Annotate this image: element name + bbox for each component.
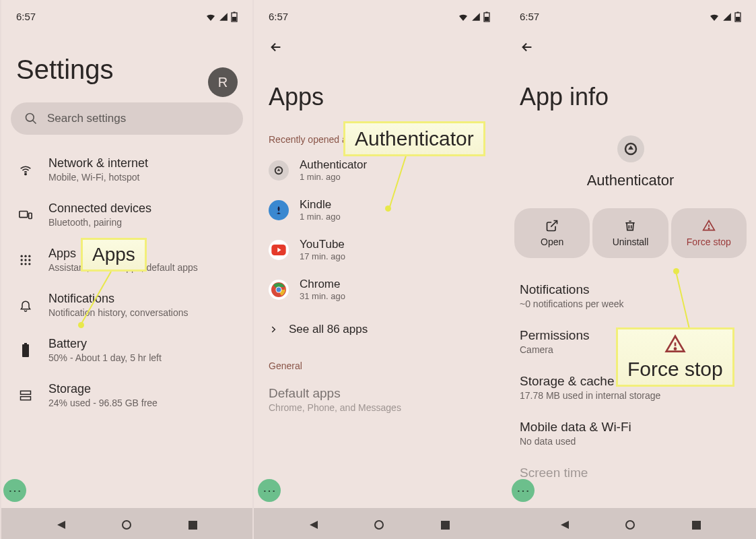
settings-item-network[interactable]: Network & internet Mobile, Wi-Fi, hotspo… [1, 147, 252, 192]
fab[interactable]: ⋯ [3, 479, 26, 502]
status-time: 6:57 [16, 11, 36, 22]
signal-icon [219, 12, 228, 22]
svg-point-8 [24, 255, 26, 257]
svg-point-41 [675, 348, 676, 350]
nav-bar [1, 508, 252, 539]
item-subtitle: 24% used - 96.85 GB free [48, 398, 238, 408]
info-notifications[interactable]: Notifications ~0 notifications per week [505, 273, 756, 319]
item-title: Storage [48, 382, 238, 396]
settings-item-connected[interactable]: Connected devices Bluetooth, pairing [1, 192, 252, 237]
devices-icon [18, 208, 33, 222]
svg-point-7 [21, 255, 23, 257]
svg-rect-24 [485, 17, 489, 21]
svg-point-37 [626, 521, 634, 529]
app-sub: 1 min. ago [300, 172, 490, 182]
svg-rect-34 [736, 17, 740, 21]
nav-back[interactable] [308, 519, 320, 531]
status-icons [205, 11, 238, 22]
svg-point-4 [25, 173, 26, 175]
item-title: Notifications [48, 292, 238, 306]
item-subtitle: Mobile, Wi-Fi, hotspot [48, 172, 238, 183]
item-title: Network & internet [48, 156, 238, 170]
app-row-youtube[interactable]: YouTube 17 min. ago [254, 230, 505, 270]
svg-rect-31 [441, 521, 450, 530]
fab[interactable]: ⋯ [258, 479, 281, 502]
search-icon [24, 112, 38, 125]
callout-force-stop: Force stop [616, 327, 734, 387]
settings-item-notifications[interactable]: Notifications Notification history, conv… [1, 282, 252, 327]
status-icons [709, 11, 741, 22]
info-screen-time[interactable]: Screen time [505, 456, 756, 491]
nav-home[interactable] [121, 519, 133, 531]
storage-icon [19, 389, 32, 402]
nav-back[interactable] [559, 519, 571, 531]
svg-point-15 [28, 263, 30, 265]
battery-icon [231, 11, 238, 22]
nav-recent[interactable] [439, 519, 451, 531]
avatar[interactable]: R [208, 67, 238, 97]
nav-recent[interactable] [186, 519, 199, 531]
open-icon [545, 219, 559, 232]
page-title: App info [505, 64, 756, 123]
svg-point-3 [26, 114, 34, 122]
status-bar: 6:57 [254, 0, 505, 28]
battery-icon [734, 11, 741, 22]
youtube-icon [269, 240, 289, 260]
force-stop-button[interactable]: Force stop [671, 208, 747, 258]
nav-home[interactable] [373, 519, 385, 531]
chevron-right-icon [269, 325, 278, 334]
item-subtitle: 50% - About 1 day, 5 hr left [48, 352, 238, 363]
app-name: Kindle [300, 198, 490, 212]
svg-point-36 [708, 228, 709, 229]
default-apps-row[interactable]: Default apps Chrome, Phone, and Messages [254, 377, 505, 422]
status-time: 6:57 [269, 11, 288, 22]
apps-icon [19, 253, 32, 267]
settings-item-storage[interactable]: Storage 24% used - 96.85 GB free [1, 373, 252, 418]
svg-rect-23 [486, 11, 488, 13]
svg-rect-38 [692, 521, 701, 530]
nav-home[interactable] [624, 519, 636, 531]
trash-icon [623, 219, 637, 232]
search-input[interactable]: Search settings [11, 102, 243, 135]
app-hero: Authenticator [505, 123, 756, 199]
see-all-apps[interactable]: See all 86 apps [254, 309, 505, 350]
app-row-kindle[interactable]: Kindle 1 min. ago [254, 190, 505, 230]
item-title: Connected devices [48, 201, 238, 216]
svg-rect-21 [188, 521, 197, 530]
nav-back[interactable] [55, 519, 67, 531]
back-button[interactable] [254, 28, 505, 64]
svg-rect-5 [20, 211, 28, 217]
svg-rect-19 [21, 396, 31, 400]
svg-rect-1 [234, 11, 236, 13]
nav-recent[interactable] [690, 519, 702, 531]
kindle-icon [269, 200, 289, 220]
uninstall-button[interactable]: Uninstall [592, 208, 668, 258]
wifi-icon [709, 11, 720, 22]
bell-icon [19, 298, 32, 312]
settings-item-battery[interactable]: Battery 50% - About 1 day, 5 hr left [1, 327, 252, 373]
info-mobile-data[interactable]: Mobile data & Wi-Fi No data used [505, 410, 756, 456]
app-name: YouTube [300, 238, 490, 251]
status-time: 6:57 [520, 11, 539, 22]
app-name: Authenticator [300, 158, 490, 172]
svg-rect-6 [29, 213, 32, 218]
svg-rect-16 [24, 343, 27, 344]
warning-icon [702, 219, 716, 232]
app-sub: 1 min. ago [300, 212, 490, 222]
app-sub: 17 min. ago [300, 251, 490, 261]
battery-icon [483, 11, 490, 22]
wifi-icon [18, 162, 33, 177]
app-row-chrome[interactable]: Chrome 31 min. ago [254, 270, 505, 309]
svg-point-9 [28, 255, 30, 257]
section-general: General [254, 350, 505, 377]
action-row: Open Uninstall Force stop [505, 199, 756, 273]
fab[interactable]: ⋯ [512, 479, 535, 502]
authenticator-icon [617, 135, 644, 162]
authenticator-icon [269, 160, 289, 181]
search-placeholder: Search settings [47, 112, 126, 125]
back-button[interactable] [505, 28, 756, 64]
item-title: Battery [48, 337, 238, 351]
wifi-icon [205, 11, 216, 22]
open-button[interactable]: Open [514, 208, 590, 258]
app-hero-name: Authenticator [587, 172, 675, 189]
